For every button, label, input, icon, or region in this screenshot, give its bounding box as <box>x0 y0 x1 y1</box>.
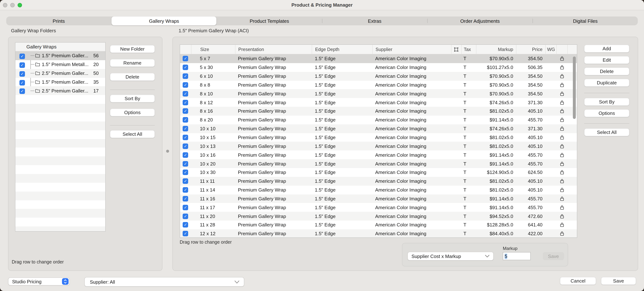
select-all-folders-button[interactable]: Select All <box>110 130 155 138</box>
checkbox-checked-icon[interactable]: ✓ <box>183 126 188 131</box>
sort-by-folders-button[interactable]: Sort By <box>110 95 155 102</box>
table-row[interactable]: ✓11 x 28Premium Gallery Wrap1.5" EdgeAme… <box>180 220 577 229</box>
duplicate-button[interactable]: Duplicate <box>584 79 629 87</box>
rename-button[interactable]: Rename <box>110 59 155 67</box>
table-row[interactable]: ✓10 x 30Premium Gallery Wrap1.5" EdgeAme… <box>180 168 577 177</box>
checkbox-checked-icon[interactable]: ✓ <box>20 62 25 68</box>
table-row[interactable]: ✓10 x 16Premium Gallery Wrap1.5" EdgeAme… <box>180 151 577 159</box>
cell-size: 6 x 10 <box>191 72 235 81</box>
folder-row[interactable]: ✓2.5" Premium Galler...17 <box>16 86 105 95</box>
col-spare[interactable] <box>567 45 577 54</box>
supplier-filter-select[interactable]: Supplier: All <box>84 277 244 286</box>
table-row[interactable]: ✓8 x 16Premium Gallery Wrap1.5" EdgeAmer… <box>180 107 577 116</box>
checkbox-checked-icon[interactable]: ✓ <box>183 73 188 79</box>
tab-prints[interactable]: Prints <box>6 17 111 25</box>
checkbox-checked-icon[interactable]: ✓ <box>183 231 188 236</box>
edit-button[interactable]: Edit <box>584 56 629 64</box>
checkbox-checked-icon[interactable]: ✓ <box>183 161 188 166</box>
options-folders-button[interactable]: Options <box>110 109 155 116</box>
table-row[interactable]: ✓11 x 17Premium Gallery Wrap1.5" EdgeAme… <box>180 203 577 212</box>
options-products-button[interactable]: Options <box>584 109 629 117</box>
checkbox-checked-icon[interactable]: ✓ <box>20 71 25 77</box>
cell-size: 8 x 20 <box>191 116 235 124</box>
folder-row[interactable]: ✓1.5" Premium Galler...35 <box>16 78 105 86</box>
pricing-mode-popup[interactable]: Studio Pricing <box>8 277 70 285</box>
checkbox-checked-icon[interactable]: ✓ <box>20 89 25 94</box>
minimize-window-icon[interactable] <box>10 3 15 7</box>
checkbox-checked-icon[interactable]: ✓ <box>183 143 188 149</box>
table-row[interactable]: ✓5 x 7Premium Gallery Wrap1.5" EdgeAmeri… <box>180 54 577 63</box>
folder-row[interactable]: ✓1.5" Premium Metall...20 <box>16 60 105 69</box>
col-price[interactable]: Price <box>516 45 546 54</box>
checkbox-checked-icon[interactable]: ✓ <box>183 222 188 228</box>
checkbox-checked-icon[interactable]: ✓ <box>183 170 188 175</box>
col-wg[interactable]: WG <box>545 45 556 54</box>
markup-input[interactable]: 5 <box>503 252 531 260</box>
table-row[interactable]: ✓11 x 11Premium Gallery Wrap1.5" EdgeAme… <box>180 177 577 186</box>
tab-extras[interactable]: Extras <box>322 17 427 25</box>
table-row[interactable]: ✓11 x 20Premium Gallery Wrap1.5" EdgeAme… <box>180 212 577 220</box>
col-presentation[interactable]: Presentation <box>235 45 312 54</box>
panel-splitter-handle[interactable] <box>166 150 169 153</box>
pricing-method-select[interactable]: Supplier Cost x Markup <box>408 252 494 260</box>
col-checkbox[interactable] <box>180 45 191 54</box>
add-button[interactable]: Add <box>584 45 629 53</box>
checkbox-checked-icon[interactable]: ✓ <box>183 196 188 201</box>
col-tax[interactable]: Tax <box>461 45 476 54</box>
delete-product-button[interactable]: Delete <box>584 68 629 75</box>
checkbox-checked-icon[interactable]: ✓ <box>183 152 188 158</box>
table-row[interactable]: ✓11 x 16Premium Gallery Wrap1.5" EdgeAme… <box>180 194 577 203</box>
checkbox-checked-icon[interactable]: ✓ <box>183 213 188 219</box>
col-size[interactable]: Size <box>191 45 235 54</box>
table-row[interactable]: ✓8 x 20Premium Gallery Wrap1.5" EdgeAmer… <box>180 116 577 124</box>
checkbox-checked-icon[interactable]: ✓ <box>183 205 188 210</box>
table-row[interactable]: ✓10 x 15Premium Gallery Wrap1.5" EdgeAme… <box>180 133 577 142</box>
sort-by-products-button[interactable]: Sort By <box>584 98 629 106</box>
table-row[interactable]: ✓5 x 30Premium Gallery Wrap1.5" EdgeAmer… <box>180 63 577 72</box>
folder-list-header[interactable]: Gallery Wraps <box>16 43 105 51</box>
tab-gallery-wraps[interactable]: Gallery Wraps <box>112 17 216 25</box>
frame-icon[interactable] <box>451 45 461 54</box>
select-all-products-button[interactable]: Select All <box>584 128 629 136</box>
table-row[interactable]: ✓10 x 10Premium Gallery Wrap1.5" EdgeAme… <box>180 124 577 133</box>
checkbox-checked-icon[interactable]: ✓ <box>183 178 188 184</box>
close-window-icon[interactable] <box>3 3 7 7</box>
save-button[interactable]: Save <box>601 277 636 285</box>
table-row[interactable]: ✓11 x 14Premium Gallery Wrap1.5" EdgeAme… <box>180 185 577 194</box>
checkbox-checked-icon[interactable]: ✓ <box>183 117 188 123</box>
col-markup[interactable]: Markup <box>476 45 516 54</box>
scrollbar-thumb[interactable] <box>573 57 576 119</box>
folder-row[interactable]: ✓1.5" Premium Galler...56 <box>16 51 105 60</box>
pricing-save-button[interactable]: Save <box>543 252 564 260</box>
checkbox-checked-icon[interactable]: ✓ <box>183 108 188 114</box>
checkbox-checked-icon[interactable]: ✓ <box>183 100 188 105</box>
table-row[interactable]: ✓6 x 10Premium Gallery Wrap1.5" EdgeAmer… <box>180 72 577 81</box>
table-row[interactable]: ✓12 x 12Premium Gallery Wrap1.5" EdgeAme… <box>180 229 577 238</box>
checkbox-checked-icon[interactable]: ✓ <box>183 56 188 62</box>
cancel-button[interactable]: Cancel <box>560 277 596 285</box>
checkbox-checked-icon[interactable]: ✓ <box>183 135 188 140</box>
checkbox-checked-icon[interactable]: ✓ <box>183 187 188 193</box>
delete-folder-button[interactable]: Delete <box>110 73 155 81</box>
checkbox-checked-icon[interactable]: ✓ <box>20 54 25 59</box>
tab-product-templates[interactable]: Product Templates <box>217 17 322 25</box>
checkbox-checked-icon[interactable]: ✓ <box>183 82 188 88</box>
checkbox-checked-icon[interactable]: ✓ <box>20 80 25 85</box>
folder-row[interactable]: ✓2.5" Premium Galler...50 <box>16 69 105 78</box>
tab-digital-files[interactable]: Digital Files <box>533 17 638 25</box>
table-row[interactable]: ✓8 x 10Premium Gallery Wrap1.5" EdgeAmer… <box>180 89 577 98</box>
table-row[interactable]: ✓10 x 13Premium Gallery Wrap1.5" EdgeAme… <box>180 142 577 151</box>
col-supplier[interactable]: Supplier <box>372 45 451 54</box>
cell-frame <box>451 194 461 203</box>
col-lock[interactable] <box>556 45 567 54</box>
cell-tax: T <box>461 124 476 133</box>
table-row[interactable]: ✓8 x 8Premium Gallery Wrap1.5" EdgeAmeri… <box>180 81 577 89</box>
table-row[interactable]: ✓8 x 12Premium Gallery Wrap1.5" EdgeAmer… <box>180 98 577 107</box>
checkbox-checked-icon[interactable]: ✓ <box>183 65 188 70</box>
table-row[interactable]: ✓10 x 20Premium Gallery Wrap1.5" EdgeAme… <box>180 159 577 168</box>
new-folder-button[interactable]: New Folder <box>110 45 155 53</box>
tab-order-adjustments[interactable]: Order Adjustments <box>428 17 532 25</box>
zoom-window-icon[interactable] <box>18 3 22 7</box>
col-edge-depth[interactable]: Edge Depth <box>312 45 372 54</box>
checkbox-checked-icon[interactable]: ✓ <box>183 91 188 97</box>
